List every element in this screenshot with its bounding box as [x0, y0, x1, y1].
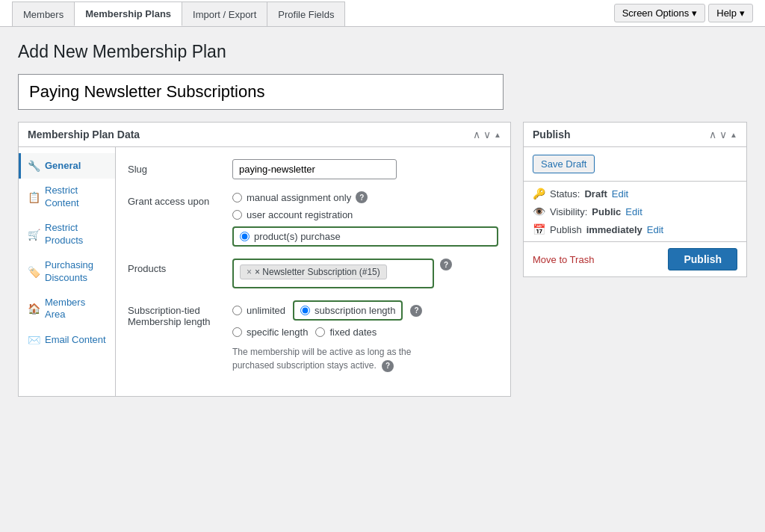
- specific-length-option[interactable]: specific length: [232, 327, 308, 338]
- publish-collapse-icon[interactable]: [730, 129, 737, 140]
- screen-options-button[interactable]: Screen Options ▾: [614, 4, 706, 22]
- tab-profile-fields[interactable]: Profile Fields: [267, 1, 345, 26]
- publish-expand-down-icon[interactable]: [719, 129, 727, 140]
- move-to-trash-link[interactable]: Move to Trash: [533, 254, 594, 265]
- tab-members[interactable]: Members: [12, 1, 75, 26]
- email-icon: ✉️: [28, 333, 40, 347]
- unlimited-radio[interactable]: [232, 306, 242, 315]
- sidebar-item-purchasing-discounts[interactable]: 🏷️ Purchasing Discounts: [19, 253, 115, 291]
- subscription-description: The membership will be active as long as…: [232, 345, 442, 372]
- help-button[interactable]: Help ▾: [708, 4, 753, 22]
- slug-row: Slug: [128, 159, 498, 179]
- publish-time-edit-link[interactable]: Edit: [647, 224, 663, 235]
- grant-manual-option[interactable]: manual assignment only ?: [232, 191, 498, 203]
- publish-title: Publish: [533, 129, 571, 140]
- meta-box-title: Membership Plan Data: [28, 129, 140, 140]
- grant-purchase-option[interactable]: product(s) purchase: [232, 226, 498, 247]
- home-icon: 🏠: [28, 302, 40, 315]
- top-bar-actions: Screen Options ▾ Help ▾: [614, 4, 753, 22]
- subscription-options: unlimited subscription length ?: [232, 300, 498, 372]
- visibility-row: 👁️ Visibility: Public Edit: [533, 205, 737, 217]
- slug-field: [232, 159, 498, 179]
- products-field-container: × × Newsletter Subscription (#15) ?: [232, 259, 498, 288]
- products-row: Products × × Newsletter Subscription (#1…: [128, 259, 498, 288]
- publish-controls: [709, 129, 737, 140]
- sidebar-item-members-area[interactable]: 🏠 Members Area: [19, 291, 115, 328]
- top-bar: Members Membership Plans Import / Export…: [0, 0, 765, 27]
- tab-import-export[interactable]: Import / Export: [182, 1, 267, 26]
- subscription-label: Subscription-tied Membership length: [128, 300, 232, 327]
- sidebar-navigation: 🔧 General 📋 Restrict Content 🛒 Restrict …: [19, 147, 116, 396]
- sidebar-item-email-content[interactable]: ✉️ Email Content: [19, 327, 115, 353]
- publish-box: Publish Save Draft 🔑 Status: Draft: [523, 122, 747, 277]
- subscription-length-option[interactable]: subscription length: [293, 300, 403, 321]
- cart-icon: 🛒: [28, 228, 40, 241]
- products-label: Products: [128, 259, 232, 274]
- meta-box-header: Membership Plan Data: [19, 123, 510, 147]
- sidebar-item-general[interactable]: 🔧 General: [19, 153, 115, 179]
- subscription-length-radio[interactable]: [300, 306, 310, 315]
- wrench-icon: 🔧: [28, 159, 40, 173]
- visibility-label: Visibility:: [550, 206, 587, 217]
- visibility-icon: 👁️: [533, 205, 545, 217]
- unlimited-option[interactable]: unlimited: [232, 305, 285, 316]
- grant-registration-option[interactable]: user account registration: [232, 209, 498, 220]
- grant-access-field: manual assignment only ? user account re…: [232, 191, 498, 247]
- subscription-field: unlimited subscription length ?: [232, 300, 498, 372]
- subscription-help-icon[interactable]: ?: [410, 305, 422, 317]
- help-icon[interactable]: ?: [356, 191, 368, 203]
- grant-registration-radio[interactable]: [232, 210, 242, 220]
- expand-down-icon[interactable]: [483, 129, 491, 140]
- publish-header: Publish: [524, 123, 746, 147]
- tag-remove-icon[interactable]: ×: [247, 267, 252, 277]
- visibility-edit-link[interactable]: Edit: [625, 206, 642, 217]
- grant-manual-radio[interactable]: [232, 193, 242, 202]
- dropdown-icon: ▾: [692, 7, 697, 19]
- restrict-content-icon: 📋: [28, 191, 40, 204]
- products-help-icon[interactable]: ?: [440, 259, 452, 270]
- sidebar-item-restrict-content[interactable]: 📋 Restrict Content: [19, 179, 115, 216]
- expand-up-icon[interactable]: [473, 129, 480, 140]
- tab-navigation: Members Membership Plans Import / Export…: [12, 1, 344, 25]
- publish-time-value: immediately: [586, 224, 642, 235]
- form-area: Slug Grant access upon: [116, 147, 510, 396]
- status-edit-link[interactable]: Edit: [612, 188, 628, 200]
- status-row: 🔑 Status: Draft Edit: [533, 188, 737, 200]
- visibility-value: Public: [592, 206, 621, 217]
- status-value: Draft: [584, 188, 607, 200]
- publish-meta: 🔑 Status: Draft Edit 👁️ Visibility: Publ…: [524, 182, 746, 242]
- membership-plan-data-box: Membership Plan Data 🔧 General: [18, 122, 511, 397]
- plan-name-input[interactable]: [18, 74, 504, 110]
- fixed-dates-option[interactable]: fixed dates: [315, 327, 377, 338]
- products-input[interactable]: × × Newsletter Subscription (#15): [232, 259, 434, 288]
- tag-icon: 🏷️: [28, 265, 40, 279]
- publish-actions: Move to Trash Publish: [524, 242, 746, 276]
- collapse-icon[interactable]: [494, 129, 501, 140]
- slug-input[interactable]: [232, 159, 397, 179]
- status-icon: 🔑: [533, 188, 545, 200]
- save-draft-button[interactable]: Save Draft: [533, 155, 595, 173]
- side-panel: Publish Save Draft 🔑 Status: Draft: [523, 122, 747, 289]
- calendar-icon: 📅: [533, 223, 545, 235]
- subscription-row: Subscription-tied Membership length unli…: [128, 300, 498, 372]
- publish-expand-up-icon[interactable]: [709, 129, 716, 140]
- grant-purchase-radio[interactable]: [240, 232, 250, 241]
- fixed-dates-radio[interactable]: [315, 327, 325, 337]
- grant-access-options: manual assignment only ? user account re…: [232, 191, 498, 247]
- status-label: Status:: [550, 188, 580, 200]
- tab-membership-plans[interactable]: Membership Plans: [74, 1, 182, 26]
- sidebar-item-restrict-products[interactable]: 🛒 Restrict Products: [19, 216, 115, 253]
- meta-box-content: 🔧 General 📋 Restrict Content 🛒 Restrict …: [19, 147, 510, 396]
- publish-button[interactable]: Publish: [668, 248, 737, 270]
- save-draft-section: Save Draft: [524, 147, 746, 182]
- grant-access-label: Grant access upon: [128, 191, 232, 207]
- meta-box-controls: [473, 129, 501, 140]
- description-help-icon[interactable]: ?: [382, 360, 394, 372]
- grant-access-row: Grant access upon manual assignment only…: [128, 191, 498, 247]
- page-title: Add New Membership Plan: [18, 42, 747, 62]
- publish-time-label: Publish: [550, 224, 582, 235]
- publish-time-row: 📅 Publish immediately Edit: [533, 223, 737, 235]
- main-panel: Membership Plan Data 🔧 General: [18, 122, 511, 409]
- product-tag: × × Newsletter Subscription (#15): [240, 265, 387, 279]
- specific-length-radio[interactable]: [232, 327, 242, 337]
